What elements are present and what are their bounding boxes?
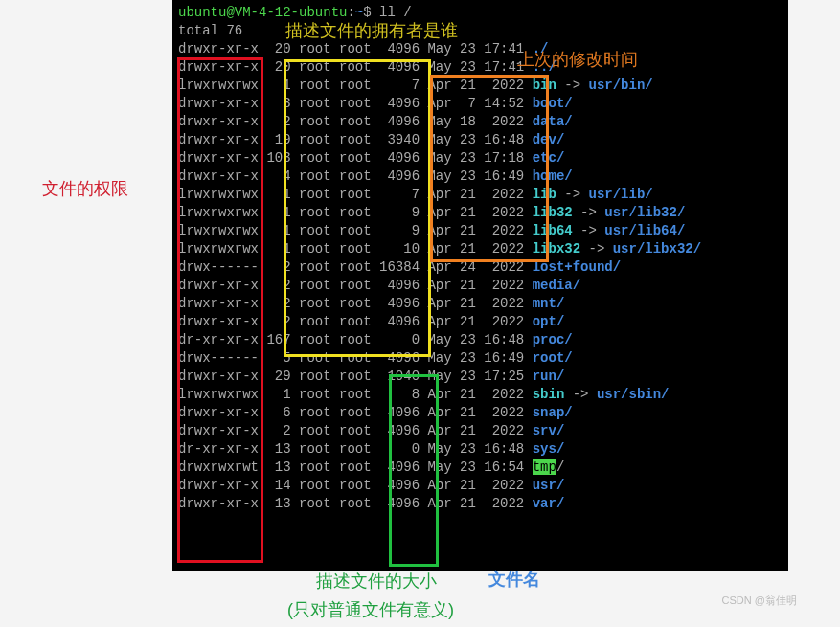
annotation-owner: 描述文件的拥有者是谁 (285, 19, 458, 42)
annotation-permissions: 文件的权限 (42, 177, 128, 200)
annotation-size-note: (只对普通文件有意义) (287, 598, 454, 621)
watermark: CSDN @翁佳明 (722, 593, 797, 608)
annotation-filename: 文件名 (488, 568, 540, 591)
annotation-size: 描述文件的大小 (316, 570, 437, 593)
terminal-output: ubuntu@VM-4-12-ubuntu:~$ ll / total 76 d… (172, 0, 788, 571)
annotation-mtime: 上次的修改时间 (517, 48, 638, 71)
